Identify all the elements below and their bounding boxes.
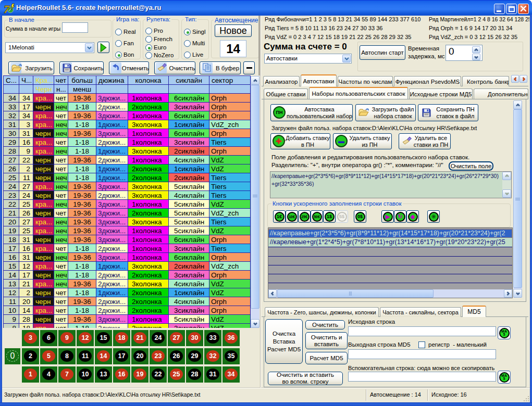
svg-text:7: 7 [4, 3, 10, 15]
